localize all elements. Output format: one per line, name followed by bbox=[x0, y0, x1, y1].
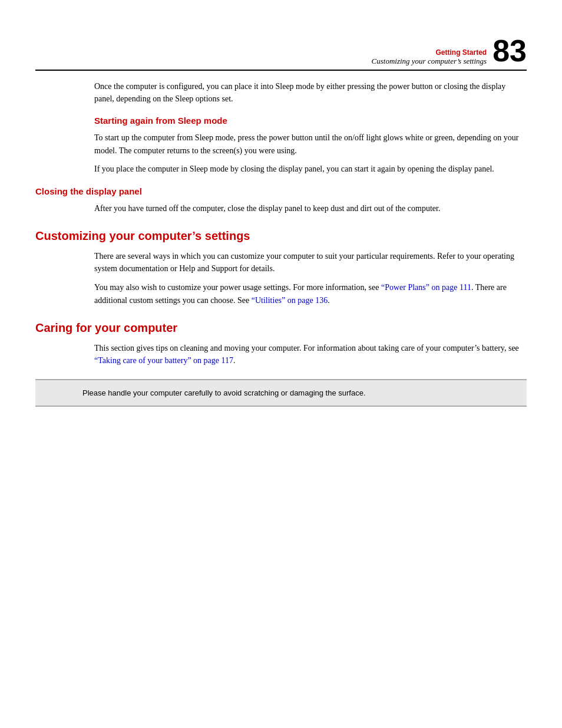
starting-again-heading: Starting again from Sleep mode bbox=[94, 116, 527, 126]
intro-paragraph: Once the computer is configured, you can… bbox=[94, 80, 527, 105]
starting-again-body: To start up the computer from Sleep mode… bbox=[94, 131, 527, 176]
starting-again-para-2: If you place the computer in Sleep mode … bbox=[94, 163, 527, 176]
note-box: Please handle your computer carefully to… bbox=[35, 379, 527, 407]
customizing-para-2-prefix: You may also wish to customize your powe… bbox=[94, 283, 381, 292]
closing-display-para-1: After you have turned off the computer, … bbox=[94, 202, 527, 215]
note-text: Please handle your computer carefully to… bbox=[82, 388, 366, 397]
customizing-para-2-suffix: . bbox=[328, 296, 330, 305]
caring-para-1: This section gives tips on cleaning and … bbox=[94, 342, 527, 367]
caring-para-suffix: . bbox=[233, 356, 236, 365]
caring-heading: Caring for your computer bbox=[35, 321, 527, 335]
customizing-para-1: There are several ways in which you can … bbox=[94, 250, 527, 275]
battery-care-link[interactable]: “Taking care of your battery” on page 11… bbox=[94, 356, 233, 365]
closing-display-body: After you have turned off the computer, … bbox=[94, 202, 527, 215]
chapter-label: Getting Started bbox=[372, 48, 487, 57]
customizing-body: There are several ways in which you can … bbox=[94, 250, 527, 307]
customizing-heading: Customizing your computer’s settings bbox=[35, 229, 527, 243]
caring-body: This section gives tips on cleaning and … bbox=[94, 342, 527, 367]
content-area: Once the computer is configured, you can… bbox=[0, 80, 562, 367]
starting-again-para-1: To start up the computer from Sleep mode… bbox=[94, 131, 527, 157]
header-subtitle: Customizing your computer’s settings bbox=[372, 57, 487, 66]
header-divider bbox=[35, 70, 527, 71]
header-text-group: Getting Started Customizing your compute… bbox=[372, 48, 487, 66]
caring-para-prefix: This section gives tips on cleaning and … bbox=[94, 344, 519, 353]
customizing-para-2: You may also wish to customize your powe… bbox=[94, 281, 527, 307]
closing-display-heading: Closing the display panel bbox=[35, 186, 527, 196]
utilities-link[interactable]: “Utilities” on page 136 bbox=[252, 296, 328, 305]
page-header: Getting Started Customizing your compute… bbox=[0, 0, 562, 66]
power-plans-link[interactable]: “Power Plans” on page 111 bbox=[381, 283, 471, 292]
page-container: Getting Started Customizing your compute… bbox=[0, 0, 562, 728]
page-number: 83 bbox=[492, 35, 527, 66]
